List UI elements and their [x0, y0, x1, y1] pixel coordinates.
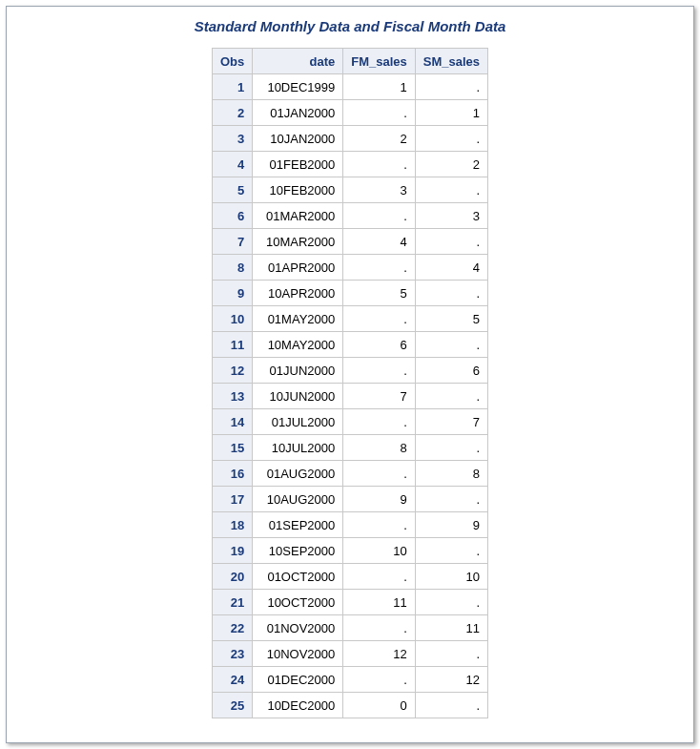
table-row: 2110OCT200011.: [212, 590, 487, 615]
cell-date: 01APR2000: [253, 255, 343, 281]
cell-fm-sales: 4: [343, 229, 416, 255]
col-header-obs: Obs: [212, 49, 252, 74]
cell-fm-sales: 10: [343, 538, 416, 564]
table-row: 2401DEC2000.12: [212, 667, 487, 693]
cell-sm-sales: .: [415, 384, 487, 409]
cell-date: 01JUN2000: [253, 358, 343, 384]
cell-fm-sales: .: [343, 358, 416, 384]
cell-sm-sales: .: [415, 74, 487, 100]
cell-obs: 18: [212, 512, 252, 538]
cell-sm-sales: .: [415, 177, 487, 203]
table-row: 710MAR20004.: [212, 229, 487, 255]
cell-fm-sales: 8: [343, 435, 416, 461]
cell-fm-sales: .: [343, 615, 416, 641]
cell-date: 10MAY2000: [253, 332, 343, 358]
cell-sm-sales: 4: [415, 255, 487, 281]
table-row: 401FEB2000.2: [212, 152, 487, 177]
col-header-sm: SM_sales: [415, 49, 487, 74]
cell-obs: 16: [212, 461, 252, 487]
table-row: 1910SEP200010.: [212, 538, 487, 564]
table-row: 1710AUG20009.: [212, 487, 487, 512]
cell-obs: 1: [212, 74, 252, 100]
cell-obs: 6: [212, 203, 252, 229]
cell-sm-sales: 7: [415, 409, 487, 435]
table-row: 110DEC19991.: [212, 74, 487, 100]
cell-fm-sales: 6: [343, 332, 416, 358]
cell-date: 01SEP2000: [253, 512, 343, 538]
cell-obs: 21: [212, 590, 252, 615]
cell-sm-sales: .: [415, 281, 487, 306]
table-row: 510FEB20003.: [212, 177, 487, 203]
cell-obs: 14: [212, 409, 252, 435]
cell-fm-sales: 11: [343, 590, 416, 615]
table-row: 2201NOV2000.11: [212, 615, 487, 641]
cell-date: 10JAN2000: [253, 126, 343, 152]
table-row: 1801SEP2000.9: [212, 512, 487, 538]
table-row: 1510JUL20008.: [212, 435, 487, 461]
cell-fm-sales: 1: [343, 74, 416, 100]
cell-date: 10DEC1999: [253, 74, 343, 100]
cell-sm-sales: 12: [415, 667, 487, 693]
cell-fm-sales: .: [343, 203, 416, 229]
cell-obs: 15: [212, 435, 252, 461]
cell-fm-sales: .: [343, 564, 416, 590]
cell-fm-sales: .: [343, 100, 416, 126]
table-row: 601MAR2000.3: [212, 203, 487, 229]
table-row: 1601AUG2000.8: [212, 461, 487, 487]
col-header-date: date: [253, 49, 343, 74]
cell-date: 01DEC2000: [253, 667, 343, 693]
cell-obs: 8: [212, 255, 252, 281]
cell-date: 01MAR2000: [253, 203, 343, 229]
cell-sm-sales: .: [415, 126, 487, 152]
table-row: 801APR2000.4: [212, 255, 487, 281]
cell-date: 01NOV2000: [253, 615, 343, 641]
cell-obs: 23: [212, 641, 252, 667]
cell-sm-sales: 2: [415, 152, 487, 177]
cell-sm-sales: .: [415, 538, 487, 564]
cell-date: 10JUN2000: [253, 384, 343, 409]
col-header-fm: FM_sales: [343, 49, 416, 74]
table-row: 1001MAY2000.5: [212, 306, 487, 332]
cell-obs: 3: [212, 126, 252, 152]
cell-date: 10MAR2000: [253, 229, 343, 255]
cell-sm-sales: 6: [415, 358, 487, 384]
table-row: 310JAN20002.: [212, 126, 487, 152]
cell-sm-sales: .: [415, 332, 487, 358]
cell-sm-sales: .: [415, 693, 487, 718]
cell-sm-sales: 5: [415, 306, 487, 332]
cell-obs: 24: [212, 667, 252, 693]
cell-fm-sales: 12: [343, 641, 416, 667]
cell-fm-sales: 5: [343, 281, 416, 306]
cell-fm-sales: .: [343, 306, 416, 332]
cell-sm-sales: 10: [415, 564, 487, 590]
data-table: Obs date FM_sales SM_sales 110DEC19991.2…: [212, 48, 488, 718]
cell-date: 10OCT2000: [253, 590, 343, 615]
table-row: 201JAN2000.1: [212, 100, 487, 126]
cell-date: 01OCT2000: [253, 564, 343, 590]
cell-obs: 20: [212, 564, 252, 590]
cell-obs: 25: [212, 693, 252, 718]
cell-sm-sales: 3: [415, 203, 487, 229]
table-row: 2310NOV200012.: [212, 641, 487, 667]
table-row: 1310JUN20007.: [212, 384, 487, 409]
header-row: Obs date FM_sales SM_sales: [212, 49, 487, 74]
cell-date: 10FEB2000: [253, 177, 343, 203]
table-row: 2510DEC20000.: [212, 693, 487, 718]
page-title: Standard Monthly Data and Fiscal Month D…: [7, 18, 693, 34]
cell-fm-sales: 9: [343, 487, 416, 512]
cell-fm-sales: .: [343, 461, 416, 487]
cell-fm-sales: .: [343, 667, 416, 693]
table-row: 1401JUL2000.7: [212, 409, 487, 435]
cell-sm-sales: 9: [415, 512, 487, 538]
table-row: 2001OCT2000.10: [212, 564, 487, 590]
cell-sm-sales: 11: [415, 615, 487, 641]
cell-fm-sales: .: [343, 409, 416, 435]
cell-fm-sales: .: [343, 255, 416, 281]
cell-obs: 7: [212, 229, 252, 255]
cell-sm-sales: .: [415, 435, 487, 461]
cell-obs: 2: [212, 100, 252, 126]
cell-date: 01FEB2000: [253, 152, 343, 177]
cell-fm-sales: 3: [343, 177, 416, 203]
cell-obs: 10: [212, 306, 252, 332]
cell-fm-sales: .: [343, 152, 416, 177]
